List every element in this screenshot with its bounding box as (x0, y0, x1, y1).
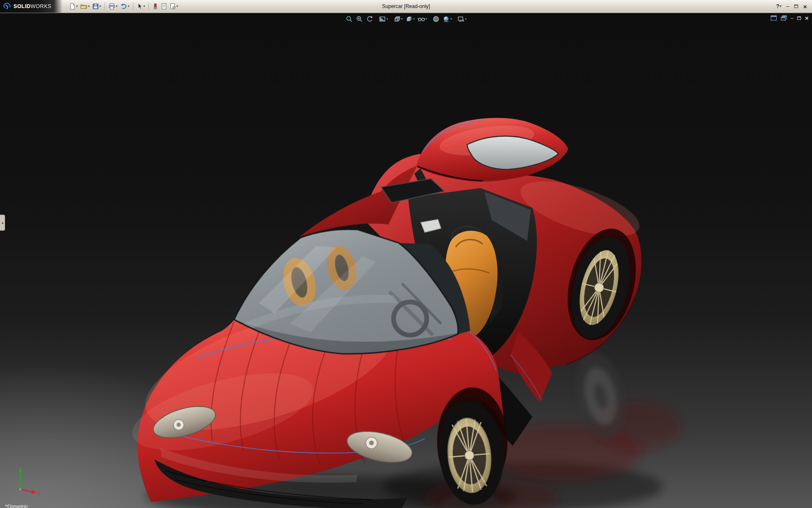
appearance-swatch-icon (152, 3, 158, 10)
toolbar-separator (133, 3, 133, 10)
print-button[interactable]: ▾ (107, 1, 119, 12)
dropdown-caret[interactable]: ▾ (176, 5, 178, 8)
doc-close-button[interactable]: × (805, 15, 809, 21)
dropdown-caret[interactable]: ▾ (413, 17, 415, 21)
dropdown-caret[interactable]: ▾ (143, 5, 145, 8)
options-sheet-icon (170, 3, 176, 10)
file-properties-icon (161, 3, 167, 10)
restore-button[interactable] (794, 5, 798, 8)
view-settings-button[interactable]: ▾ (456, 15, 468, 23)
document-title: Supercar [Read-only] (382, 3, 430, 9)
doc-restore-button[interactable] (797, 17, 801, 20)
display-style-icon (405, 15, 413, 23)
edit-appearance-ball-icon (432, 15, 440, 23)
save-floppy-icon (92, 3, 99, 10)
undo-button[interactable]: ▾ (119, 1, 131, 12)
minimize-button[interactable]: – (787, 4, 790, 9)
section-view-button[interactable]: ▾ (378, 15, 389, 23)
print-icon (108, 3, 115, 10)
options-button[interactable]: ▾ (168, 1, 179, 12)
appearance-button[interactable] (151, 1, 159, 12)
dropdown-caret[interactable]: ▾ (401, 17, 403, 21)
zoom-to-fit-icon (346, 15, 353, 23)
dropdown-caret[interactable]: ▾ (426, 17, 428, 21)
dropdown-caret[interactable]: ▾ (76, 5, 78, 8)
view-orientation-cube-icon (393, 15, 401, 23)
zoom-to-area-icon (356, 15, 363, 23)
select-button[interactable]: ▾ (135, 1, 146, 12)
collapse-arrow-icon: ◂ (1, 221, 3, 225)
document-window-controls: – × (771, 15, 809, 21)
toolbar-separator (104, 3, 105, 10)
dropdown-caret[interactable]: ▾ (128, 5, 129, 8)
dropdown-caret[interactable]: ▾ (450, 17, 452, 21)
new-window-icon (781, 15, 787, 21)
doc-restore-icon (797, 17, 801, 20)
close-button[interactable]: × (803, 3, 807, 10)
dropdown-caret[interactable]: ▾ (99, 5, 101, 8)
3d-model-supercar[interactable] (0, 13, 812, 508)
dropdown-caret: ▾ (780, 5, 782, 8)
new-document-button[interactable]: ▾ (68, 1, 79, 12)
new-document-icon (69, 3, 76, 10)
open-folder-icon (80, 3, 88, 10)
view-orientation-label: *Dimetric (5, 503, 28, 508)
edit-appearance-button[interactable] (431, 15, 441, 23)
solidworks-window: SOLIDWORKS ▾ ▾ ▾ (0, 0, 812, 508)
save-button[interactable]: ▾ (91, 1, 102, 12)
tile-window-icon (771, 15, 777, 21)
logo-text: SOLIDWORKS (14, 3, 51, 9)
tile-window-button[interactable] (771, 15, 777, 21)
previous-view-icon (366, 15, 373, 23)
toolbar-separator (148, 3, 149, 10)
hide-show-items-button[interactable]: ▾ (417, 15, 428, 23)
dropdown-caret[interactable]: ▾ (116, 5, 118, 8)
section-view-icon (379, 15, 386, 23)
hide-show-glasses-icon (417, 15, 425, 23)
view-settings-icon (457, 15, 465, 23)
triad-x-label: x (38, 491, 40, 496)
help-button[interactable]: ?▾ (776, 4, 781, 9)
dropdown-caret[interactable]: ▾ (387, 17, 388, 21)
dassault-3ds-logo-icon (3, 2, 11, 11)
previous-view-button[interactable] (365, 15, 374, 23)
orientation-triad: x (6, 465, 41, 499)
restore-icon (794, 5, 798, 8)
titlebar: SOLIDWORKS ▾ ▾ ▾ (0, 0, 812, 13)
graphics-viewport[interactable]: ▾ ▾ ▾ ▾ (0, 13, 812, 508)
doc-minimize-button[interactable]: – (791, 16, 794, 21)
display-style-button[interactable]: ▾ (404, 15, 416, 23)
new-window-button[interactable] (781, 15, 787, 21)
window-controls: ?▾ – × (776, 3, 812, 10)
dropdown-caret[interactable]: ▾ (88, 5, 90, 8)
file-properties-button[interactable] (159, 1, 168, 12)
zoom-to-area-button[interactable] (355, 15, 364, 23)
select-cursor-icon (137, 3, 143, 10)
apply-scene-sphere-icon (442, 15, 450, 23)
featuremanager-collapse-tab[interactable]: ◂ (0, 215, 5, 231)
view-orientation-button[interactable]: ▾ (392, 15, 403, 23)
standard-toolbar: ▾ ▾ ▾ ▾ (63, 1, 179, 12)
zoom-to-fit-button[interactable] (345, 15, 354, 23)
apply-scene-button[interactable]: ▾ (442, 15, 453, 23)
heads-up-view-toolbar: ▾ ▾ ▾ ▾ (345, 15, 467, 23)
solidworks-logo: SOLIDWORKS (0, 0, 63, 13)
undo-arrow-icon (120, 3, 127, 10)
dropdown-caret[interactable]: ▾ (465, 17, 467, 21)
open-document-button[interactable]: ▾ (79, 1, 91, 12)
